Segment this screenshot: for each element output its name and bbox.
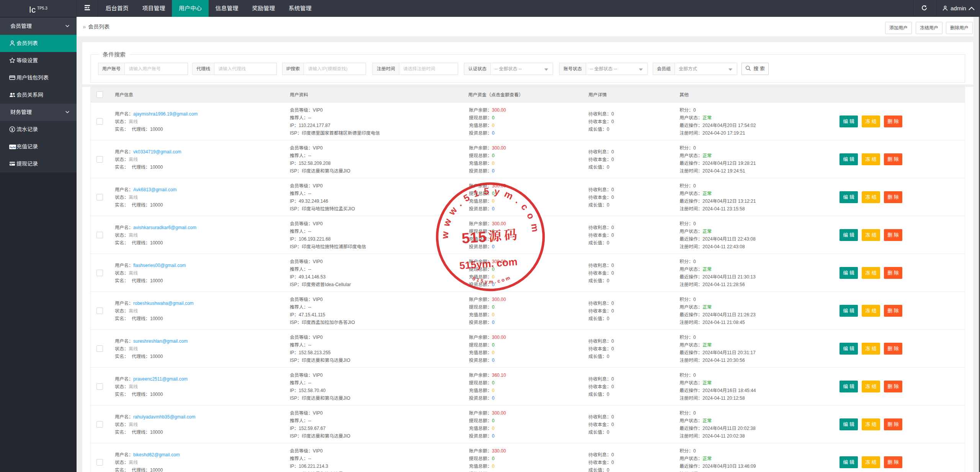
svg-text:PayPal: PayPal	[10, 146, 16, 148]
